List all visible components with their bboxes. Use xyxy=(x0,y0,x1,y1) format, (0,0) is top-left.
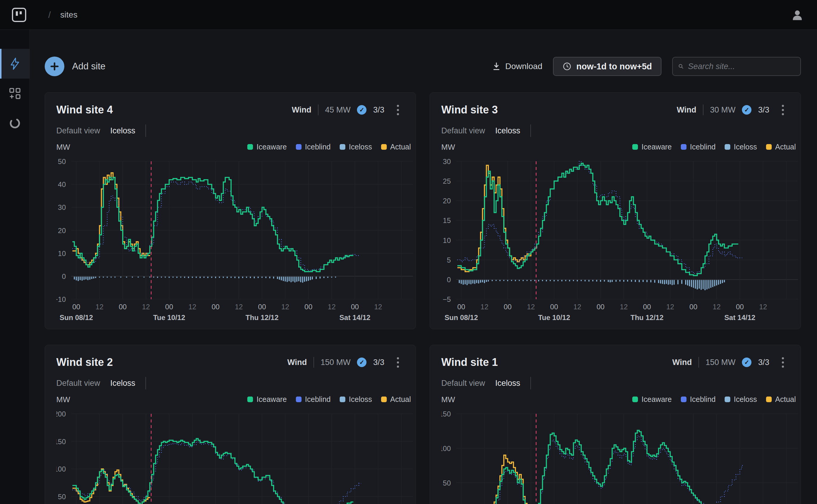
divider xyxy=(703,104,704,115)
legend-item-iceblind[interactable]: Iceblind xyxy=(681,143,716,151)
svg-text:20: 20 xyxy=(58,227,66,235)
chart-legend: Iceaware Iceblind Iceloss Actual xyxy=(247,143,411,151)
check-badge-icon: ✓ xyxy=(742,358,752,367)
svg-text:12: 12 xyxy=(713,303,721,311)
legend-item-iceaware[interactable]: Iceaware xyxy=(247,395,287,404)
tab-default-view[interactable]: Default view xyxy=(441,379,485,388)
card-header: Wind site 4 Wind 45 MW ✓ 3/3 xyxy=(56,100,401,119)
app-logo[interactable] xyxy=(11,7,27,23)
card-tabs: Default view Iceloss xyxy=(56,125,416,137)
svg-text:Sun 08/12: Sun 08/12 xyxy=(445,313,478,322)
status-count: 3/3 xyxy=(758,105,769,115)
tab-divider xyxy=(530,377,531,389)
legend-item-iceaware[interactable]: Iceaware xyxy=(247,143,287,151)
site-type-label: Wind xyxy=(677,105,696,115)
site-capacity: 45 MW xyxy=(325,105,351,115)
legend-item-iceloss[interactable]: Iceloss xyxy=(340,143,372,151)
card-menu-button[interactable] xyxy=(780,355,786,369)
tab-default-view[interactable]: Default view xyxy=(441,126,485,135)
legend-item-iceloss[interactable]: Iceloss xyxy=(725,395,757,404)
status-count: 3/3 xyxy=(758,358,769,367)
legend-item-iceblind[interactable]: Iceblind xyxy=(681,395,716,404)
tab-iceloss[interactable]: Iceloss xyxy=(495,126,520,135)
svg-text:100: 100 xyxy=(56,465,66,473)
card-meta: Wind 150 MW ✓ 3/3 xyxy=(287,355,401,369)
plus-icon xyxy=(45,57,64,76)
svg-text:12: 12 xyxy=(374,303,382,311)
sidebar-item-widgets[interactable] xyxy=(0,79,30,108)
site-card-wind-site-4: Wind site 4 Wind 45 MW ✓ 3/3 Default vie… xyxy=(45,92,416,329)
topbar: / sites xyxy=(0,0,817,30)
site-capacity: 30 MW xyxy=(710,105,736,115)
svg-text:12: 12 xyxy=(142,303,150,311)
card-menu-button[interactable] xyxy=(395,355,401,369)
bolt-icon xyxy=(8,57,22,71)
card-menu-button[interactable] xyxy=(395,103,401,117)
svg-text:00: 00 xyxy=(503,303,512,311)
site-type-label: Wind xyxy=(672,358,692,367)
card-title: Wind site 2 xyxy=(56,356,113,369)
svg-text:10: 10 xyxy=(443,236,451,244)
svg-text:10: 10 xyxy=(58,249,66,258)
svg-text:00: 00 xyxy=(596,303,604,311)
breadcrumb[interactable]: sites xyxy=(60,10,77,20)
svg-text:0: 0 xyxy=(447,276,451,284)
tab-default-view[interactable]: Default view xyxy=(56,126,100,135)
card-menu-button[interactable] xyxy=(780,103,786,117)
svg-text:12: 12 xyxy=(328,303,336,311)
y-axis-unit: MW xyxy=(56,143,70,152)
svg-text:00: 00 xyxy=(72,303,80,311)
card-title: Wind site 1 xyxy=(441,356,498,369)
site-capacity: 150 MW xyxy=(321,358,351,367)
status-count: 3/3 xyxy=(373,105,384,115)
sidebar xyxy=(0,30,30,504)
tab-default-view[interactable]: Default view xyxy=(56,379,100,388)
svg-text:40: 40 xyxy=(58,180,66,188)
download-button[interactable]: Download xyxy=(492,62,542,71)
legend-item-iceblind[interactable]: Iceblind xyxy=(296,143,331,151)
tab-iceloss[interactable]: Iceloss xyxy=(110,379,135,388)
svg-text:200: 200 xyxy=(56,410,66,418)
divider xyxy=(314,357,314,368)
svg-text:12: 12 xyxy=(620,303,628,311)
legend-item-iceaware[interactable]: Iceaware xyxy=(632,395,672,404)
tab-divider xyxy=(145,377,146,389)
svg-text:25: 25 xyxy=(443,177,451,185)
sidebar-item-activity[interactable] xyxy=(0,108,30,138)
legend-item-iceaware[interactable]: Iceaware xyxy=(632,143,672,151)
add-site-button[interactable]: Add site xyxy=(45,57,105,76)
card-meta: Wind 150 MW ✓ 3/3 xyxy=(672,355,786,369)
status-count: 3/3 xyxy=(373,358,384,367)
card-tabs: Default view Iceloss xyxy=(56,377,416,389)
legend-item-actual[interactable]: Actual xyxy=(766,395,796,404)
svg-text:12: 12 xyxy=(188,303,196,311)
svg-text:00: 00 xyxy=(457,303,465,311)
check-badge-icon: ✓ xyxy=(357,105,367,115)
svg-text:15: 15 xyxy=(443,216,451,224)
legend-item-actual[interactable]: Actual xyxy=(381,143,411,151)
search-input[interactable] xyxy=(688,62,795,71)
time-range-button[interactable]: now-1d to now+5d xyxy=(553,57,662,76)
legend-item-iceloss[interactable]: Iceloss xyxy=(340,395,372,404)
svg-text:Tue 10/12: Tue 10/12 xyxy=(153,313,185,322)
tab-iceloss[interactable]: Iceloss xyxy=(110,126,135,135)
card-title: Wind site 3 xyxy=(441,104,498,116)
site-card-wind-site-2: Wind site 2 Wind 150 MW ✓ 3/3 Default vi… xyxy=(45,345,416,504)
card-meta: Wind 45 MW ✓ 3/3 xyxy=(292,103,401,117)
search-box xyxy=(672,57,801,76)
legend-item-actual[interactable]: Actual xyxy=(766,143,796,151)
legend-item-iceblind[interactable]: Iceblind xyxy=(296,395,331,404)
sidebar-item-sites[interactable] xyxy=(0,49,30,79)
svg-text:12: 12 xyxy=(666,303,674,311)
legend-item-actual[interactable]: Actual xyxy=(381,395,411,404)
svg-text:00: 00 xyxy=(550,303,558,311)
svg-text:00: 00 xyxy=(258,303,266,311)
chart-area: MW Iceaware Iceblind Iceloss Actual 1501… xyxy=(430,391,801,504)
site-card-wind-site-3: Wind site 3 Wind 30 MW ✓ 3/3 Default vie… xyxy=(430,92,801,329)
y-axis-unit: MW xyxy=(441,395,455,404)
legend-item-iceloss[interactable]: Iceloss xyxy=(725,143,757,151)
tab-iceloss[interactable]: Iceloss xyxy=(495,379,520,388)
add-site-label: Add site xyxy=(72,61,105,72)
user-avatar-button[interactable] xyxy=(789,7,806,23)
site-cards-grid: Wind site 4 Wind 45 MW ✓ 3/3 Default vie… xyxy=(45,92,801,504)
